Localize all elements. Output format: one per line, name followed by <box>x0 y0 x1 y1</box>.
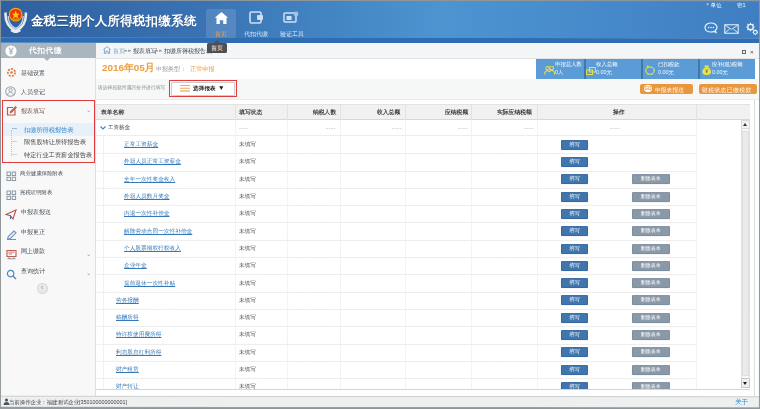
svg-text:GO: GO <box>644 86 652 91</box>
